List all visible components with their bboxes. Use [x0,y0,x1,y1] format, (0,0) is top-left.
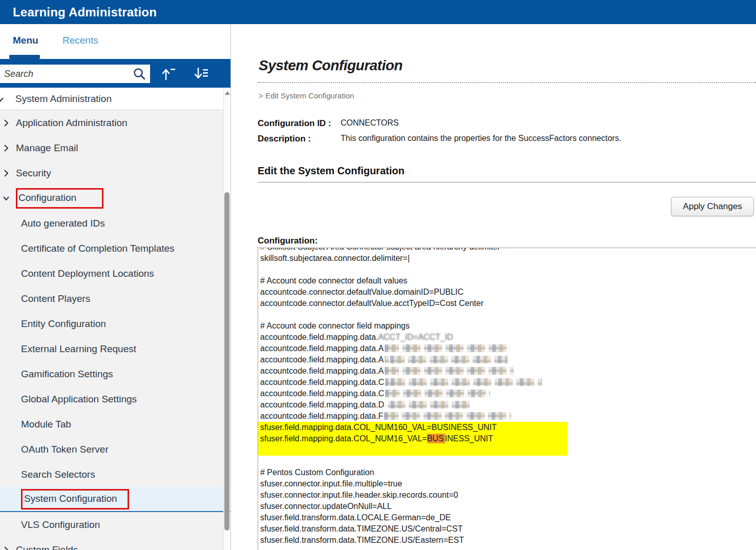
config-line [258,456,756,467]
sidebar-item-vls-configuration[interactable]: VLS Configuration [0,512,230,537]
chevron-down-icon[interactable] [0,95,5,104]
breadcrumb[interactable]: > Edit System Configuration [259,91,354,100]
sidebar-item-label: Module Tab [21,419,71,430]
chevron-down-icon[interactable] [2,194,10,202]
tab-menu[interactable]: Menu [13,35,38,46]
sort-descending-icon[interactable] [193,66,210,82]
tab-recents[interactable]: Recents [62,35,98,46]
sidebar-item-application-administration[interactable]: Application Administration [0,110,230,135]
config-line: # Account code connector default values [258,275,756,287]
sidebar-item-label: Configuration [16,188,103,209]
redacted-text: ACCT_ID=ACCT_ID [378,333,453,341]
config-line [258,309,756,320]
navigation-tree: System AdministrationApplication Adminis… [0,88,230,550]
scrollbar-up-arrow[interactable] [225,91,230,95]
sidebar-item-entity-configuration[interactable]: Entity Configuration [0,311,230,336]
description-value: This configuration contains the properti… [341,134,621,143]
config-line [258,444,568,456]
search-box[interactable] [0,65,150,83]
sidebar-item-label: System Configuration [21,489,129,510]
app-title: Learning Administration [13,5,157,19]
sidebar-item-global-application-settings[interactable]: Global Application Settings [0,386,230,412]
sidebar-item-search-selectors[interactable]: Search Selectors [0,462,230,487]
chevron-right-icon[interactable] [2,546,10,550]
config-line [258,264,756,275]
sidebar-item-label: OAuth Token Server [21,444,109,455]
pixelated-redaction [385,344,510,352]
config-line: accountcode.field.mapping.data.D [258,399,756,411]
sidebar-item-label: Search Selectors [21,469,95,480]
description-label: Description : [258,134,311,144]
config-line: sfuser.field.transform.data.LOCALE.Germa… [258,512,756,523]
sidebar-item-security[interactable]: Security [0,160,230,186]
sidebar-item-certificate-of-completion-templates[interactable]: Certificate of Completion Templates [0,236,230,261]
chevron-right-icon[interactable] [2,119,10,127]
sidebar-item-configuration[interactable]: Configuration [0,186,230,211]
sidebar-item-label: System Administration [15,93,112,105]
config-line: sfuser.field.transform.data.TIMEZONE.US/… [258,535,756,546]
sidebar-item-manage-email[interactable]: Manage Email [0,135,230,160]
chevron-right-icon[interactable] [2,144,10,152]
page-title: System Configuration [259,57,403,74]
sidebar-item-auto-generated-ids[interactable]: Auto generated IDs [0,211,230,236]
sidebar-item-label: Custom Fields [16,544,78,550]
sidebar-item-gamification-settings[interactable]: Gamification Settings [0,361,230,386]
scrollbar-thumb[interactable] [224,192,229,531]
sidebar-item-system-administration[interactable]: System Administration [0,88,230,110]
config-line: accountcode.field.mapping.data.A [258,343,756,354]
sidebar-item-label: Manage Email [16,142,78,154]
config-line: accountcode.connector.defaultValue.domai… [258,287,756,298]
sidebar-search-bar [0,59,230,88]
pixelated-redaction [385,378,542,386]
sidebar-item-label: Gamification Settings [21,369,113,380]
sidebar-item-label: Entity Configuration [21,318,106,330]
config-line: # Skillsoft Subject Area Connector subje… [258,248,756,253]
app-header: Learning Administration [0,0,756,24]
configuration-textarea[interactable]: # Skillsoft Subject Area Connector subje… [258,248,756,550]
config-line: accountcode.field.mapping.data.ACCT_ID=A… [258,332,756,343]
pixelated-redaction [385,356,508,363]
sidebar-item-external-learning-request[interactable]: External Learning Request [0,336,230,361]
sidebar-scrollbar[interactable] [223,88,230,550]
config-line: sfuser.field.mapping.data.COL_NUM16_VAL=… [258,433,568,444]
config-line: accountcode.field.mapping.data.A [258,354,756,365]
sidebar-item-label: VLS Configuration [21,519,100,531]
config-line: accountcode.field.mapping.data.C [258,388,756,399]
sidebar-item-label: Certificate of Completion Templates [21,243,175,254]
sidebar-item-oauth-token-server[interactable]: OAuth Token Server [0,437,230,462]
sidebar-item-module-tab[interactable]: Module Tab [0,412,230,437]
sidebar-item-label: Security [16,168,51,179]
config-line: accountcode.connector.defaultValue.acctT… [258,298,756,309]
search-match-highlight: BUS [427,434,445,443]
sidebar-item-label: Content Players [21,293,90,304]
search-icon[interactable] [132,66,147,82]
sort-ascending-icon[interactable] [160,66,177,82]
dotted-divider [258,82,756,83]
section-title: Edit the System Configuration [258,165,405,177]
sidebar-item-system-configuration[interactable]: System Configuration [0,487,230,512]
config-line: sfuser.connector.updateOnNull=ALL [258,501,756,512]
config-line: sfuser.connector.input.file.header.skip.… [258,490,756,501]
pixelated-redaction [385,367,514,375]
config-line: skillsoft.subjectarea.connector.delimite… [258,253,756,264]
sidebar-item-custom-fields[interactable]: Custom Fields [0,537,230,550]
apply-changes-button[interactable]: Apply Changes [671,197,754,216]
sidebar-item-label: Application Administration [16,117,128,129]
sidebar-item-content-players[interactable]: Content Players [0,286,230,311]
config-line: sfuser.connector.input.file.multiple=tru… [258,478,756,490]
sidebar-item-label: External Learning Request [21,343,136,355]
sidebar-item-label: Content Deployment Locations [21,268,154,279]
pixelated-redaction [385,390,490,397]
chevron-right-icon[interactable] [2,169,10,177]
config-line: sfuser.field.transform.data.TIMEZONE.US/… [258,523,756,535]
active-tab-indicator [9,55,40,59]
configuration-field-label: Configuration: [258,236,318,246]
config-line: accountcode.field.mapping.data.A [258,365,756,377]
pixelated-redaction [385,401,470,409]
main-content: System Configuration > Edit System Confi… [231,24,756,550]
sidebar-item-content-deployment-locations[interactable]: Content Deployment Locations [0,261,230,286]
search-input[interactable] [0,65,132,83]
sidebar-item-label: Auto generated IDs [21,218,105,229]
config-line: # Pentos Custom Configuration [258,467,756,478]
configuration-id-label: Configuration ID : [258,118,331,129]
